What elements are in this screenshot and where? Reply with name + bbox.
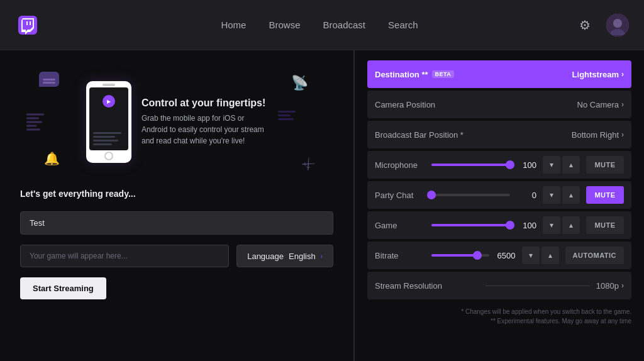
satellite-icon: 📡	[291, 75, 308, 91]
microphone-controls: ▾ ▴	[543, 156, 580, 174]
screen-line	[93, 136, 115, 138]
broadcast-value[interactable]: Bottom Right ›	[572, 130, 624, 140]
nav-broadcast[interactable]: Broadcast	[323, 19, 365, 30]
nav-search[interactable]: Search	[388, 19, 418, 30]
microphone-value: 100	[516, 160, 536, 170]
screen-lines	[93, 132, 125, 145]
game-slider[interactable]	[431, 224, 510, 226]
footnotes: * Changes will be applied when you switc…	[367, 307, 631, 326]
bitrate-controls: ▾ ▴	[522, 247, 559, 264]
main-content: ▶ 📡 🔔 ⚔	[0, 50, 644, 361]
microphone-slider[interactable]	[431, 164, 510, 166]
game-controls: ▾ ▴	[543, 216, 580, 234]
camera-row[interactable]: Camera Position No Camera ›	[367, 91, 631, 118]
broadcast-label: Broadcast Bar Position *	[375, 130, 572, 140]
microphone-fill	[431, 164, 510, 166]
broadcast-chevron-icon: ›	[621, 130, 624, 139]
control-subtext: Grab the mobile app for iOS or Android t…	[142, 113, 267, 147]
party-chat-value: 0	[516, 191, 536, 200]
section-title: Let's get everything ready...	[20, 189, 333, 199]
resolution-value[interactable]: 1080p ›	[596, 281, 624, 291]
main-nav: Home Browse Broadcast Search	[65, 19, 574, 30]
bitrate-label: Bitrate	[375, 251, 425, 260]
svg-rect-1	[30, 21, 31, 25]
stream-title-input[interactable]	[20, 211, 333, 235]
right-panel: Destination ** BETA Lightstream › Camera…	[355, 50, 644, 361]
settings-button[interactable]: ⚙	[574, 14, 596, 36]
phone-body: ▶	[86, 81, 131, 163]
destination-chevron-icon: ›	[621, 70, 624, 79]
game-label: Game	[375, 221, 425, 230]
phone-screen: ▶	[89, 87, 128, 150]
nav-home[interactable]: Home	[221, 19, 246, 30]
microphone-down-button[interactable]: ▾	[543, 156, 560, 174]
game-up-button[interactable]: ▴	[562, 216, 580, 234]
sword-icon: ⚔	[298, 154, 319, 175]
party-chat-slider[interactable]	[431, 194, 510, 196]
camera-chevron-icon: ›	[621, 100, 624, 109]
broadcast-row[interactable]: Broadcast Bar Position * Bottom Right ›	[367, 121, 631, 148]
header: Home Browse Broadcast Search ⚙	[0, 0, 644, 50]
microphone-up-button[interactable]: ▴	[562, 156, 580, 174]
phone-illustration: ▶	[86, 81, 131, 163]
camera-value-text: No Camera	[577, 100, 619, 109]
language-chevron-icon: ›	[321, 253, 323, 260]
illustration: ▶ 📡 🔔 ⚔	[20, 65, 333, 179]
svg-rect-2	[26, 21, 28, 25]
left-panel: ▶ 📡 🔔 ⚔	[0, 50, 354, 361]
party-chat-up-button[interactable]: ▴	[562, 186, 580, 204]
bell-icon: 🔔	[44, 151, 60, 166]
party-chat-mute-button[interactable]: MUTE	[586, 186, 624, 204]
nav-browse[interactable]: Browse	[269, 19, 300, 30]
bitrate-row: Bitrate 6500 ▾ ▴ AUTOMATIC	[367, 242, 631, 269]
beta-badge: BETA	[432, 70, 455, 78]
game-row: Game 100 ▾ ▴ MUTE	[367, 211, 631, 239]
bitrate-automatic-button[interactable]: AUTOMATIC	[565, 247, 624, 264]
camera-label: Camera Position	[375, 100, 577, 109]
twitch-logo[interactable]	[15, 13, 40, 38]
destination-value[interactable]: Lightstream ›	[572, 70, 624, 79]
start-streaming-button[interactable]: Start Streaming	[20, 277, 106, 299]
screen-line	[93, 132, 121, 134]
phone-home-button	[104, 152, 113, 160]
destination-value-text: Lightstream	[572, 70, 619, 79]
game-value: 100	[516, 221, 536, 230]
chat-decoration	[39, 72, 59, 87]
destination-label-text: Destination **	[375, 70, 428, 79]
game-mute-button[interactable]: MUTE	[586, 216, 624, 234]
right-bars	[278, 111, 296, 120]
resolution-row[interactable]: Stream Resolution 1080p ›	[367, 272, 631, 299]
screen-line	[93, 140, 118, 142]
bitrate-slider[interactable]	[431, 254, 489, 257]
resolution-chevron-icon: ›	[621, 281, 624, 290]
destination-row[interactable]: Destination ** BETA Lightstream ›	[367, 60, 631, 88]
microphone-mute-button[interactable]: MUTE	[586, 156, 624, 174]
bitrate-down-button[interactable]: ▾	[522, 247, 540, 264]
bitrate-thumb	[473, 251, 482, 260]
footnote-2: ** Experimental features. May go away at…	[367, 316, 631, 326]
language-value: English	[289, 252, 316, 261]
bottom-row: Your game will appear here... Language E…	[20, 245, 333, 267]
bitrate-value: 6500	[496, 251, 516, 260]
party-chat-thumb	[427, 191, 436, 199]
game-thumb	[506, 221, 514, 230]
user-avatar[interactable]	[606, 14, 629, 36]
bars-decoration	[26, 114, 44, 131]
language-label: Language	[247, 252, 284, 261]
camera-value[interactable]: No Camera ›	[577, 100, 624, 109]
microphone-thumb	[506, 160, 514, 169]
game-down-button[interactable]: ▾	[543, 216, 560, 234]
game-fill	[431, 224, 510, 226]
party-chat-down-button[interactable]: ▾	[543, 186, 560, 204]
bitrate-up-button[interactable]: ▴	[541, 247, 559, 264]
party-chat-row: Party Chat 0 ▾ ▴ MUTE	[367, 181, 631, 209]
party-chat-label: Party Chat	[375, 191, 425, 200]
microphone-row: Microphone 100 ▾ ▴ MUTE	[367, 151, 631, 179]
language-button[interactable]: Language English ›	[236, 245, 333, 267]
screen-line	[93, 143, 112, 145]
resolution-label: Stream Resolution	[375, 281, 479, 291]
control-text: Control at your fingertips! Grab the mob…	[142, 97, 267, 147]
destination-label: Destination ** BETA	[375, 70, 572, 79]
microphone-label: Microphone	[375, 160, 425, 170]
header-right: ⚙	[574, 14, 629, 36]
